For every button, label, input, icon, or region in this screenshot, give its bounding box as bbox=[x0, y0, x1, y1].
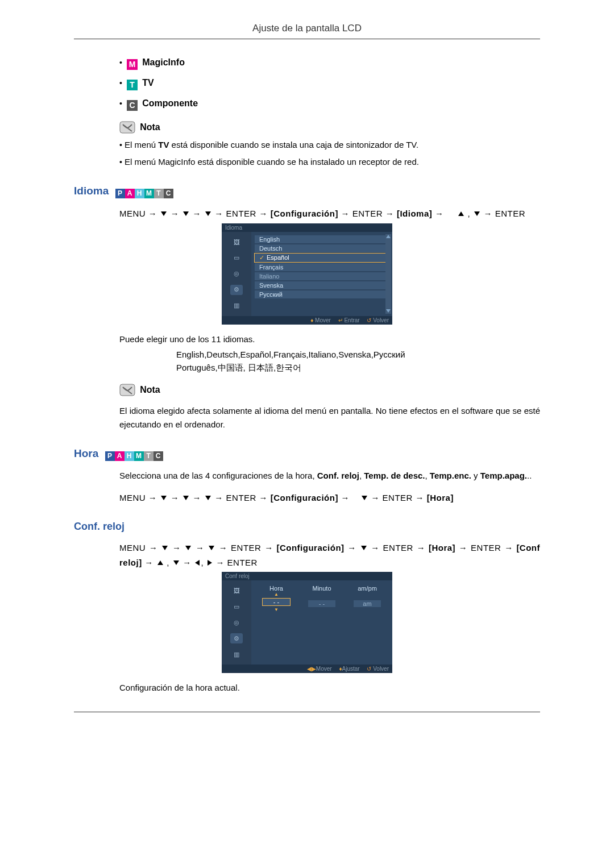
signal-badges: PAHMTC bbox=[105, 448, 163, 461]
source-badge-c: C bbox=[127, 100, 138, 111]
idioma-body-1: Puede elegir uno de los 11 idiomas. bbox=[119, 333, 540, 346]
osd-item-espanol[interactable]: ✓Español bbox=[255, 254, 389, 262]
note-label: Nota bbox=[140, 122, 160, 132]
osd-clock-headers: Hora ▲ - - ▼ Minuto - - am/pm bbox=[251, 580, 392, 613]
source-item-magicinfo: • M MagicInfo bbox=[119, 56, 540, 70]
osd-item-francais[interactable]: Français bbox=[255, 263, 389, 271]
osd-item-italiano[interactable]: Italiano bbox=[255, 272, 389, 280]
osd-col-minuto: Minuto bbox=[299, 585, 345, 592]
hora-intro: Selecciona una de las 4 configuraciones … bbox=[119, 469, 540, 483]
osd-col-hora: Hora bbox=[254, 585, 299, 592]
note-label: Nota bbox=[140, 385, 160, 394]
header-rule bbox=[74, 39, 540, 39]
osd-tab-multi-icon[interactable]: ▥ bbox=[230, 301, 243, 311]
idioma-note-body: El idioma elegido afecta solamente al id… bbox=[119, 404, 540, 431]
source-label: MagicInfo bbox=[142, 57, 185, 67]
osd-field-ampm[interactable]: am bbox=[354, 600, 381, 607]
footer-rule bbox=[74, 712, 540, 712]
source-label: TV bbox=[142, 78, 154, 88]
idioma-lang-list-1: English,Deutsch,Español,Français,Italian… bbox=[176, 350, 540, 359]
osd-col-ampm: am/pm bbox=[345, 585, 390, 592]
osd-idioma: Idioma 🖼 ▭ ◎ ⚙ ▥ English Deutsch ✓Españo… bbox=[222, 223, 392, 325]
bullet-icon: • bbox=[119, 99, 122, 108]
note-icon bbox=[119, 121, 135, 134]
source-item-componente: • C Componente bbox=[119, 97, 540, 111]
source-label: Componente bbox=[142, 98, 198, 108]
osd-tab-settings-icon[interactable]: ⚙ bbox=[230, 285, 243, 295]
osd-tab-picture-icon[interactable]: 🖼 bbox=[230, 585, 243, 596]
page-title: Ajuste de la pantalla LCD bbox=[0, 23, 614, 39]
section-heading-hora: Hora PAHMTC bbox=[74, 447, 540, 461]
osd-item-svenska[interactable]: Svenska bbox=[255, 281, 389, 289]
nav-path-hora: MENU → → → → ENTER → [Configuración] → →… bbox=[119, 491, 540, 505]
osd-tab-picture-icon[interactable]: 🖼 bbox=[230, 237, 243, 247]
osd-field-hora[interactable]: - - bbox=[263, 599, 290, 605]
osd-tab-disc-icon[interactable]: ◎ bbox=[230, 269, 243, 279]
osd-tab-list: 🖼 ▭ ◎ ⚙ ▥ bbox=[222, 232, 251, 316]
osd-tab-list: 🖼 ▭ ◎ ⚙ ▥ bbox=[222, 580, 251, 665]
osd-footer: ♦ Mover ↵ Entrar ↺ Volver bbox=[222, 316, 392, 325]
osd-tab-disc-icon[interactable]: ◎ bbox=[230, 617, 243, 628]
osd-field-minuto[interactable]: - - bbox=[308, 600, 335, 607]
note-icon bbox=[119, 384, 135, 396]
note-heading-idioma: Nota bbox=[119, 384, 540, 396]
osd-language-list[interactable]: English Deutsch ✓Español Français Italia… bbox=[251, 232, 392, 316]
section-heading-confreloj: Conf. reloj bbox=[74, 521, 540, 533]
osd-tab-input-icon[interactable]: ▭ bbox=[230, 601, 243, 612]
idioma-lang-list-2: Português,中国语, 日本語,한국어 bbox=[176, 363, 540, 373]
section-heading-idioma: Idioma PAHMTC bbox=[74, 185, 540, 198]
note-line-tv: • El menú TV está disponible cuando se i… bbox=[119, 138, 540, 152]
osd-scrollbar[interactable] bbox=[385, 234, 391, 314]
note-heading: Nota bbox=[119, 121, 540, 134]
signal-badges: PAHMTC bbox=[115, 186, 173, 198]
osd-item-english[interactable]: English bbox=[255, 235, 389, 243]
nav-path-confreloj: MENU → → → → ENTER → [Configuración] → →… bbox=[119, 541, 540, 570]
osd-tab-settings-icon[interactable]: ⚙ bbox=[230, 633, 243, 643]
osd-tab-multi-icon[interactable]: ▥ bbox=[230, 649, 243, 659]
source-badge-m: M bbox=[127, 59, 138, 70]
osd-tab-input-icon[interactable]: ▭ bbox=[230, 253, 243, 263]
osd-footer: ◀▶Mover ♦Ajustar ↺ Volver bbox=[222, 665, 392, 673]
osd-item-russian[interactable]: Русский bbox=[255, 290, 389, 298]
source-item-tv: • T TV bbox=[119, 77, 540, 90]
nav-path-idioma: MENU → → → → ENTER → [Configuración] → E… bbox=[119, 206, 540, 221]
bullet-icon: • bbox=[119, 78, 122, 88]
confreloj-body: Configuración de la hora actual. bbox=[119, 681, 540, 695]
osd-title: Idioma bbox=[222, 223, 392, 232]
source-badge-t: T bbox=[127, 80, 138, 90]
osd-confreloj: Conf reloj 🖼 ▭ ◎ ⚙ ▥ Hora ▲ - - ▼ bbox=[222, 572, 392, 673]
note-line-magicinfo: • El menú MagicInfo está disponible cuan… bbox=[119, 155, 540, 169]
osd-title: Conf reloj bbox=[222, 572, 392, 580]
bullet-icon: • bbox=[119, 58, 122, 67]
osd-item-deutsch[interactable]: Deutsch bbox=[255, 244, 389, 252]
